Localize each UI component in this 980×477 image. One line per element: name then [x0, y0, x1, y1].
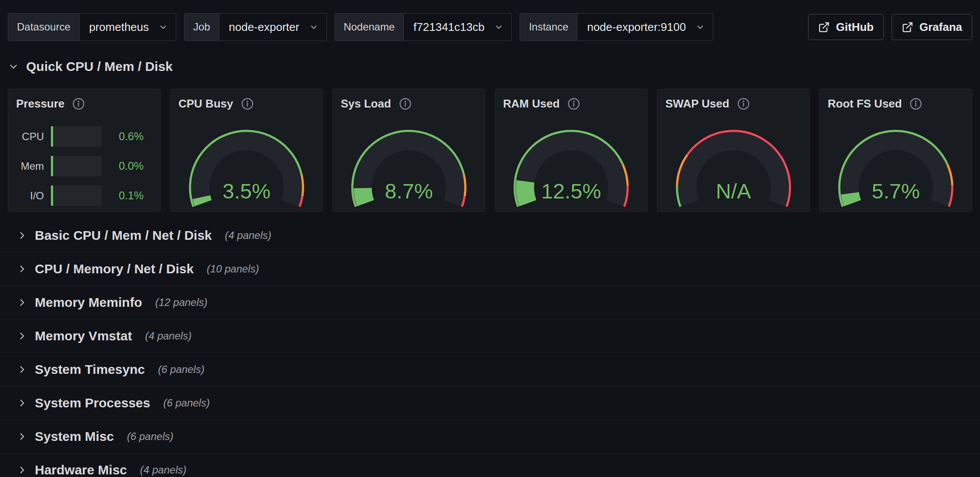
row-panel-count: (4 panels) [225, 229, 272, 242]
bar-label: Mem [15, 160, 44, 172]
panel-title[interactable]: CPU Busy [178, 97, 233, 111]
chevron-down-icon [493, 21, 504, 33]
gauge-value: N/A [716, 179, 752, 203]
grafana-dashboard: Datasource prometheus Job node-exporter … [0, 0, 980, 477]
chevron-right-icon [17, 431, 28, 442]
gauge-value: 12.5% [541, 179, 601, 203]
row-panel-count: (6 panels) [158, 363, 205, 376]
collapsed-rows: Basic CPU / Mem / Net / Disk (4 panels) … [0, 219, 980, 477]
variable-value: f721341c13cb [413, 20, 484, 34]
info-icon[interactable] [737, 97, 750, 110]
bar-fill [51, 126, 53, 147]
row-hardware-misc[interactable]: Hardware Misc (4 panels) [0, 453, 980, 477]
row-title: Memory Meminfo [35, 295, 142, 310]
button-label: GitHub [836, 20, 874, 34]
variable-value: node-exporter [229, 20, 299, 34]
variable-label: Instance [520, 13, 577, 40]
row-memory-vmstat[interactable]: Memory Vmstat (4 panels) [0, 319, 980, 353]
gauge-value: 5.7% [872, 179, 920, 203]
row-quick-cpu-mem-disk[interactable]: Quick CPU / Mem / Disk [8, 57, 980, 76]
gauge-chart: 5.7% [820, 114, 972, 212]
info-icon[interactable] [72, 97, 85, 110]
panel-title[interactable]: Pressure [16, 97, 64, 111]
chevron-down-icon [308, 21, 319, 33]
bar-value: 0.6% [109, 130, 144, 143]
gauge-chart: 12.5% [495, 114, 647, 212]
bar-value: 0.1% [109, 189, 144, 202]
row-basic-cpu-mem-net-disk[interactable]: Basic CPU / Mem / Net / Disk (4 panels) [0, 219, 980, 252]
datasource-select[interactable]: prometheus [80, 13, 176, 40]
panel-header: SWAP Used [658, 89, 809, 114]
row-title: Basic CPU / Mem / Net / Disk [35, 228, 212, 243]
row-title: Quick CPU / Mem / Disk [26, 59, 173, 74]
gauge-value: 8.7% [385, 179, 433, 203]
instance-select[interactable]: node-exporter:9100 [577, 13, 713, 40]
row-memory-meminfo[interactable]: Memory Meminfo (12 panels) [0, 286, 980, 319]
grafana-link-button[interactable]: Grafana [892, 14, 972, 40]
panel-header: RAM Used [495, 89, 647, 114]
external-link-icon [818, 21, 830, 33]
row-system-timesync[interactable]: System Timesync (6 panels) [0, 353, 980, 386]
chevron-down-icon [8, 61, 19, 72]
info-icon[interactable] [910, 97, 922, 110]
pressure-panel: Pressure CPU 0.6% Mem 0.0% I/O [8, 89, 161, 212]
chevron-right-icon [17, 263, 28, 275]
info-icon[interactable] [567, 97, 580, 110]
panel-title[interactable]: SWAP Used [665, 97, 729, 111]
bar-gauge-list: CPU 0.6% Mem 0.0% I/O 0.1% [8, 126, 160, 206]
job-select[interactable]: node-exporter [219, 13, 326, 40]
bar-label: CPU [15, 131, 44, 143]
row-title: Memory Vmstat [35, 329, 132, 343]
panel-header: CPU Busy [171, 89, 322, 114]
info-icon[interactable] [241, 97, 254, 110]
bar-fill [51, 185, 53, 206]
row-panel-count: (10 panels) [207, 263, 259, 275]
row-panel-count: (4 panels) [145, 330, 191, 342]
row-cpu-memory-net-disk[interactable]: CPU / Memory / Net / Disk (10 panels) [0, 252, 980, 286]
dashboard-controls-bar: Datasource prometheus Job node-exporter … [0, 0, 980, 41]
bar-fill [51, 156, 53, 176]
panel-header: Pressure [8, 89, 160, 114]
row-title: System Misc [35, 429, 114, 444]
row-title: Hardware Misc [35, 463, 127, 477]
gauge-chart: N/A [658, 114, 809, 212]
variable-value: node-exporter:9100 [587, 20, 686, 34]
panel-title[interactable]: Sys Load [341, 97, 391, 111]
panel-row: Pressure CPU 0.6% Mem 0.0% I/O [8, 89, 972, 212]
variable-value: prometheus [89, 20, 149, 34]
panel-header: Sys Load [333, 89, 485, 114]
row-system-misc[interactable]: System Misc (6 panels) [0, 420, 980, 453]
variable-nodename: Nodename f721341c13cb [335, 13, 512, 41]
nodename-select[interactable]: f721341c13cb [404, 13, 511, 40]
panel-header: Root FS Used [820, 89, 972, 114]
row-title: System Processes [35, 396, 150, 410]
chevron-down-icon [158, 21, 169, 33]
row-panel-count: (6 panels) [127, 430, 174, 443]
gauge-panel-root-fs-used: Root FS Used 5.7% [819, 89, 972, 212]
external-link-icon [902, 21, 913, 33]
info-icon[interactable] [399, 97, 412, 110]
variable-label: Nodename [335, 13, 404, 40]
row-system-processes[interactable]: System Processes (6 panels) [0, 386, 980, 420]
panel-title[interactable]: RAM Used [503, 97, 560, 111]
bar-gauge-row: Mem 0.0% [8, 156, 160, 176]
button-label: Grafana [920, 20, 962, 34]
gauge-panel-cpu-busy: CPU Busy 3.5% [170, 89, 323, 212]
bar-track [51, 126, 102, 147]
chevron-right-icon [17, 330, 28, 342]
gauge-value: 3.5% [222, 179, 271, 203]
variable-label: Job [185, 13, 219, 40]
gauge-chart: 8.7% [333, 114, 485, 212]
github-link-button[interactable]: GitHub [808, 14, 884, 40]
chevron-right-icon [17, 464, 28, 476]
bar-track [51, 185, 102, 206]
row-title: CPU / Memory / Net / Disk [35, 262, 194, 276]
variable-datasource: Datasource prometheus [8, 13, 176, 41]
variable-label: Datasource [8, 13, 80, 40]
panel-title[interactable]: Root FS Used [828, 97, 902, 111]
gauge-chart: 3.5% [171, 114, 322, 212]
chevron-right-icon [17, 230, 28, 241]
variable-job: Job node-exporter [184, 13, 327, 41]
chevron-right-icon [17, 397, 28, 409]
bar-gauge-row: CPU 0.6% [8, 126, 160, 147]
